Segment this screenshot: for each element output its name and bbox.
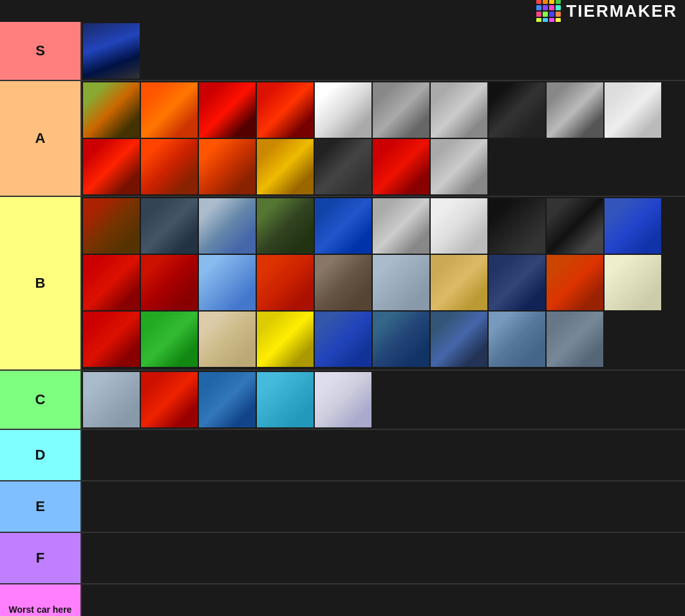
tier-content-c[interactable] [80,371,685,429]
car-slot[interactable] [373,312,429,367]
tier-label-worst: Worst car here [0,584,80,616]
car-slot[interactable] [257,255,314,310]
tier-label-c: C [0,371,80,429]
car-slot[interactable] [547,255,603,310]
tier-row-s: S [0,22,685,81]
tier-label-a: A [0,81,80,196]
car-slot[interactable] [431,198,487,254]
car-slot[interactable] [605,198,661,254]
car-slot[interactable] [199,82,256,138]
car-slot[interactable] [315,312,371,367]
car-slot[interactable] [141,198,198,254]
car-slot[interactable] [315,372,371,427]
tier-list: S A [0,22,685,616]
car-slot[interactable] [83,312,140,367]
logo-grid [536,0,561,23]
car-slot[interactable] [605,82,661,138]
car-slot[interactable] [199,312,256,367]
car-slot[interactable] [547,312,603,367]
car-slot[interactable] [373,139,429,194]
car-slot[interactable] [141,82,198,138]
car-slot[interactable] [431,82,487,138]
tier-content-a[interactable] [80,81,685,196]
tier-row-e: E [0,481,685,533]
car-slot[interactable] [257,198,314,254]
car-slot[interactable] [257,82,314,138]
tier-row-f: F [0,533,685,584]
car-slot[interactable] [315,82,371,138]
car-slot[interactable] [83,82,140,138]
car-slot[interactable] [315,198,371,254]
car-slot[interactable] [315,139,371,194]
car-slot[interactable] [431,139,487,194]
car-slot[interactable] [373,198,429,254]
car-slot[interactable] [431,255,487,310]
tier-content-b[interactable] [80,197,685,369]
tier-label-s: S [0,22,80,80]
tier-row-a: A [0,81,685,197]
car-slot[interactable] [489,198,545,254]
logo-text: TiERMAKER [566,1,677,21]
car-slot[interactable] [199,372,256,427]
car-slot[interactable] [257,372,314,427]
tiermaker-app: TiERMAKER S A [0,0,685,616]
tier-row-c: C [0,371,685,430]
car-slot[interactable] [547,82,603,138]
car-slot[interactable] [141,255,198,310]
car-slot[interactable] [141,312,198,367]
tier-label-f: F [0,533,80,583]
logo-container: TiERMAKER [536,0,677,23]
car-slot[interactable] [257,312,314,367]
tier-row-worst: Worst car here [0,584,685,616]
tier-content-e[interactable] [80,481,685,532]
car-slot[interactable] [373,82,429,138]
car-slot[interactable] [141,372,198,427]
car-slot[interactable] [83,23,140,79]
tier-content-s[interactable] [80,22,685,80]
tier-row-b: B [0,197,685,371]
car-slot[interactable] [489,312,545,367]
tier-label-e: E [0,481,80,532]
tier-label-b: B [0,197,80,369]
tier-row-d: D [0,430,685,481]
car-slot[interactable] [83,198,140,254]
car-slot[interactable] [257,139,314,194]
car-slot[interactable] [199,255,256,310]
car-slot[interactable] [489,255,545,310]
header: TiERMAKER [0,0,685,22]
tier-content-worst[interactable] [80,584,685,616]
tier-content-d[interactable] [80,430,685,480]
tier-content-f[interactable] [80,533,685,583]
car-slot[interactable] [83,255,140,310]
car-slot[interactable] [373,255,429,310]
car-slot[interactable] [431,312,487,367]
car-slot[interactable] [83,139,140,194]
car-slot[interactable] [199,198,256,254]
car-slot[interactable] [199,139,256,194]
car-slot[interactable] [547,198,603,254]
car-slot[interactable] [489,82,545,138]
car-slot[interactable] [605,255,661,310]
car-slot[interactable] [315,255,371,310]
car-slot[interactable] [141,139,198,194]
car-slot[interactable] [83,372,140,427]
tier-label-d: D [0,430,80,480]
